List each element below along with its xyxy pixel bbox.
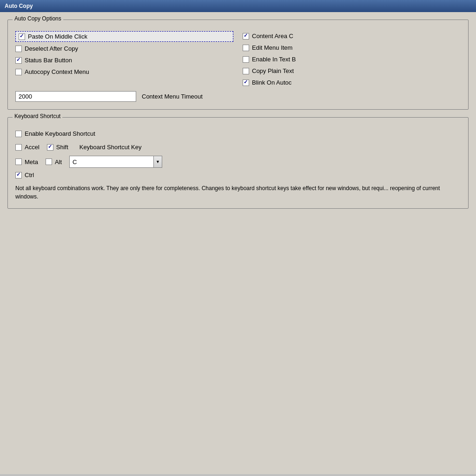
- window-title: Auto Copy: [5, 3, 33, 9]
- meta-alt-key-row: Meta Alt ▼: [15, 156, 461, 168]
- content-area-c-checkbox[interactable]: [243, 33, 249, 40]
- edit-menu-item-label[interactable]: Edit Menu Item: [252, 44, 292, 51]
- status-bar-button-checkbox[interactable]: [15, 57, 22, 64]
- alt-label[interactable]: Alt: [55, 159, 62, 165]
- key-dropdown-input[interactable]: [70, 157, 153, 167]
- blink-on-autoc-label[interactable]: Blink On Autoc: [252, 79, 291, 86]
- shift-checkbox[interactable]: [47, 144, 53, 151]
- copy-plain-text-label[interactable]: Copy Plain Text: [252, 67, 294, 74]
- paste-on-middle-click-checkbox[interactable]: [19, 33, 25, 40]
- autocopy-options-group: Auto Copy Options Paste On Middle Click …: [7, 20, 469, 110]
- enable-in-text-b-row: Enable In Text B: [243, 54, 461, 64]
- dropdown-arrow-icon: ▼: [156, 159, 160, 164]
- options-grid: Paste On Middle Click Deselect After Cop…: [15, 31, 461, 87]
- paste-on-middle-click-label[interactable]: Paste On Middle Click: [28, 33, 87, 40]
- copy-plain-text-row: Copy Plain Text: [243, 66, 461, 76]
- accel-shift-row: Accel Shift Keyboard Shortcut Key: [15, 142, 461, 152]
- edit-menu-item-row: Edit Menu Item: [243, 43, 461, 53]
- key-label: Keyboard Shortcut Key: [79, 144, 142, 151]
- accel-checkbox[interactable]: [15, 144, 22, 151]
- status-bar-button-row: Status Bar Button: [15, 55, 233, 65]
- enable-keyboard-shortcut-checkbox[interactable]: [15, 131, 22, 137]
- content-area-c-row: Content Area C: [243, 31, 461, 41]
- title-bar: Auto Copy: [0, 0, 476, 12]
- timeout-row: Context Menu Timeout: [15, 91, 461, 102]
- key-dropdown-arrow[interactable]: ▼: [153, 156, 162, 167]
- edit-menu-item-checkbox[interactable]: [243, 45, 249, 51]
- meta-row: Meta: [15, 157, 38, 167]
- autocopy-context-menu-checkbox[interactable]: [15, 69, 22, 75]
- meta-label[interactable]: Meta: [25, 159, 38, 165]
- deselect-after-copy-row: Deselect After Copy: [15, 44, 233, 53]
- shift-label[interactable]: Shift: [56, 144, 68, 151]
- timeout-label: Context Menu Timeout: [142, 93, 203, 100]
- blink-on-autoc-checkbox[interactable]: [243, 79, 249, 86]
- keyboard-note: Not all keyboard combinations work. They…: [15, 184, 461, 201]
- alt-row: Alt: [46, 157, 62, 167]
- status-bar-button-label[interactable]: Status Bar Button: [25, 57, 72, 64]
- accel-row: Accel: [15, 142, 40, 152]
- deselect-after-copy-checkbox[interactable]: [15, 46, 22, 52]
- enable-keyboard-shortcut-row: Enable Keyboard Shortcut: [15, 129, 461, 139]
- copy-plain-text-checkbox[interactable]: [243, 68, 249, 74]
- autocopy-context-menu-row: Autocopy Context Menu: [15, 67, 233, 77]
- deselect-after-copy-label[interactable]: Deselect After Copy: [25, 45, 78, 52]
- enable-in-text-b-label[interactable]: Enable In Text B: [252, 56, 296, 63]
- main-content: Auto Copy Options Paste On Middle Click …: [0, 12, 476, 474]
- autocopy-context-menu-label[interactable]: Autocopy Context Menu: [25, 68, 89, 75]
- enable-in-text-b-checkbox[interactable]: [243, 56, 249, 63]
- meta-checkbox[interactable]: [15, 159, 22, 165]
- right-options: Content Area C Edit Menu Item Enable In …: [243, 31, 461, 87]
- shift-row: Shift: [47, 142, 68, 152]
- ctrl-label[interactable]: Ctrl: [25, 172, 34, 178]
- paste-on-middle-click-row: Paste On Middle Click: [15, 31, 233, 42]
- ctrl-row: Ctrl: [15, 172, 461, 178]
- timeout-input[interactable]: [15, 91, 136, 102]
- alt-checkbox[interactable]: [46, 159, 52, 165]
- ctrl-checkbox[interactable]: [15, 172, 22, 178]
- blink-on-autoc-row: Blink On Autoc: [243, 78, 461, 87]
- key-dropdown: ▼: [69, 156, 162, 168]
- left-options: Paste On Middle Click Deselect After Cop…: [15, 31, 233, 87]
- autocopy-options-legend: Auto Copy Options: [13, 15, 63, 22]
- enable-keyboard-shortcut-label[interactable]: Enable Keyboard Shortcut: [25, 130, 95, 137]
- accel-label[interactable]: Accel: [25, 144, 40, 151]
- keyboard-shortcut-legend: Keyboard Shortcut: [13, 113, 62, 119]
- content-area-c-label[interactable]: Content Area C: [252, 33, 293, 40]
- keyboard-shortcut-group: Keyboard Shortcut Enable Keyboard Shortc…: [7, 117, 469, 209]
